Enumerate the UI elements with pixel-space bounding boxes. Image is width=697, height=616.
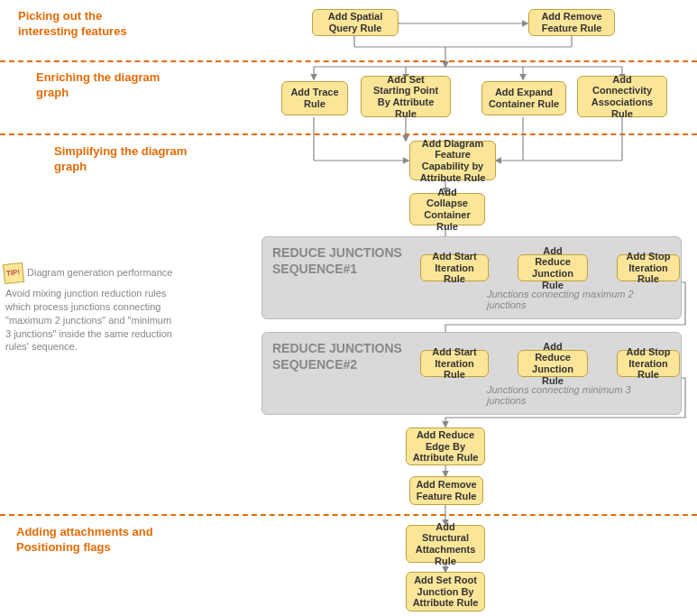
node-trace: Add Trace Rule <box>281 81 348 115</box>
node-label: Add Remove Feature Rule <box>535 11 609 33</box>
node-reduce-junc-2: Add Reduce Junction Rule <box>518 350 588 377</box>
node-label: Add Reduce Edge By Attribute Rule <box>412 429 479 464</box>
node-label: Add Stop Iteration Rule <box>623 251 674 285</box>
node-remove-feature-bottom: Add Remove Feature Rule <box>409 476 483 505</box>
node-label: Add Set Starting Point By Attribute Rule <box>367 74 445 120</box>
node-reduce-junc-1: Add Reduce Junction Rule <box>518 254 588 281</box>
node-label: Add Stop Iteration Rule <box>623 346 674 381</box>
node-stop-iter-1: Add Stop Iteration Rule <box>617 254 680 281</box>
sequence-title-2a: REDUCE JUNCTIONS <box>272 341 402 355</box>
tip-title: Diagram generation performance <box>27 267 172 278</box>
node-label: Add Diagram Feature Capability by Attrib… <box>416 138 490 184</box>
node-structural-attachments: Add Structural Attachments Rule <box>406 525 485 563</box>
sequence-note-1: Junctions connecting maximum 2 junctions <box>487 289 667 310</box>
node-reduce-edge: Add Reduce Edge By Attribute Rule <box>406 428 485 465</box>
node-label: Add Set Root Junction By Attribute Rule <box>412 575 479 609</box>
section-label-text: Picking out the interesting features <box>18 9 127 38</box>
section-label-text: Adding attachments and Positioning flags <box>16 525 153 554</box>
node-label: Add Start Iteration Rule <box>426 346 482 381</box>
node-feature-capability: Add Diagram Feature Capability by Attrib… <box>409 141 496 180</box>
node-collapse-container: Add Collapse Container Rule <box>409 193 485 225</box>
node-label: Add Spatial Query Rule <box>318 11 392 33</box>
section-label-text: Simplifying the diagram graph <box>54 144 187 173</box>
node-label: Add Trace Rule <box>288 87 342 109</box>
node-starting-point: Add Set Starting Point By Attribute Rule <box>361 76 451 117</box>
section-label-simplifying: Simplifying the diagram graph <box>54 144 198 175</box>
node-spatial-query: Add Spatial Query Rule <box>312 9 399 36</box>
tip-icon <box>3 262 24 284</box>
node-expand-container: Add Expand Container Rule <box>481 81 566 115</box>
node-start-iter-2: Add Start Iteration Rule <box>420 350 489 377</box>
divider-3 <box>0 514 697 516</box>
sequence-title-2b: SEQUENCE#2 <box>272 357 357 372</box>
node-label: Add Connectivity Associations Rule <box>583 74 661 120</box>
node-label: Add Reduce Junction Rule <box>524 245 582 291</box>
tip-body: Avoid mixing junction reduction rules wh… <box>5 287 177 354</box>
node-stop-iter-2: Add Stop Iteration Rule <box>617 350 680 377</box>
node-label: Add Reduce Junction Rule <box>524 341 582 387</box>
section-label-picking: Picking out the interesting features <box>18 9 162 40</box>
sequence-note-2: Junctions connecting minimum 3 junctions <box>487 384 667 406</box>
node-label: Add Structural Attachments Rule <box>412 521 479 567</box>
section-label-adding: Adding attachments and Positioning flags <box>16 525 179 556</box>
divider-2 <box>0 133 697 135</box>
node-label: Add Collapse Container Rule <box>416 187 479 233</box>
node-label: Add Remove Feature Rule <box>416 479 477 501</box>
section-label-enriching: Enriching the diagram graph <box>36 70 180 101</box>
node-label: Add Expand Container Rule <box>488 87 560 109</box>
divider-1 <box>0 60 697 62</box>
node-label: Add Start Iteration Rule <box>426 251 482 285</box>
node-connectivity: Add Connectivity Associations Rule <box>577 76 667 117</box>
section-label-text: Enriching the diagram graph <box>36 70 160 99</box>
node-set-root: Add Set Root Junction By Attribute Rule <box>406 572 485 611</box>
sequence-title-1b: SEQUENCE#1 <box>272 262 357 276</box>
sequence-title-1a: REDUCE JUNCTIONS <box>272 245 402 260</box>
node-remove-feature-top: Add Remove Feature Rule <box>528 9 615 36</box>
node-start-iter-1: Add Start Iteration Rule <box>420 254 489 281</box>
